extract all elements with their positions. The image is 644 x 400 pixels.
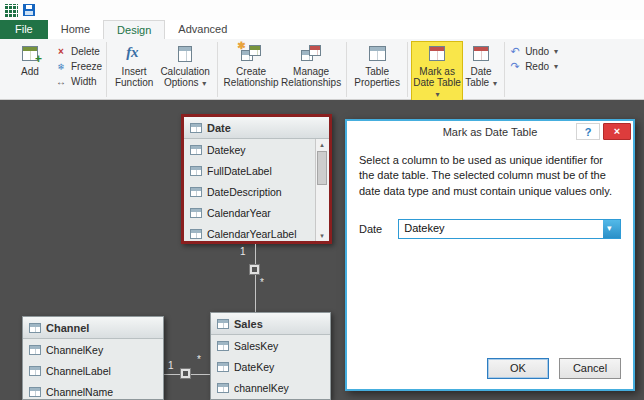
column-icon (29, 366, 41, 376)
group-separator (346, 42, 347, 97)
cardinality-one: 1 (240, 246, 246, 257)
insert-function-icon (123, 44, 145, 64)
create-relationship-button[interactable]: ✱ Create Relationship (222, 42, 280, 88)
width-label: Width (71, 76, 97, 87)
table-column-row[interactable]: SalesKey (211, 335, 330, 356)
table-properties-icon (366, 44, 388, 64)
tab-advanced[interactable]: Advanced (165, 20, 240, 39)
diagram-table-sales[interactable]: Sales SalesKey DateKey channelKey (210, 312, 331, 400)
scroll-up-icon[interactable] (316, 139, 328, 150)
relationship-node[interactable] (180, 368, 191, 379)
relationship-line-date-sales[interactable] (255, 244, 256, 312)
date-table-scrollbar[interactable] (315, 139, 329, 241)
column-name: DateDescription (207, 186, 282, 198)
table-column-row[interactable]: ChannelLabel (23, 360, 163, 381)
column-name: Datekey (207, 144, 246, 156)
dialog-close-button[interactable]: × (603, 123, 631, 140)
table-column-row[interactable]: Datekey (184, 139, 316, 160)
date-table-button[interactable]: Date Table (462, 42, 500, 89)
table-column-row[interactable]: DateKey (211, 356, 330, 377)
column-icon (29, 387, 41, 397)
dialog-help-button[interactable]: ? (576, 123, 600, 140)
add-column-icon: + (19, 44, 41, 64)
freeze-icon (55, 62, 67, 72)
mark-as-date-table-dialog: Mark as Date Table ? × Select a column t… (345, 119, 635, 391)
dialog-description: Select a column to be used as unique ide… (347, 143, 633, 199)
diagram-canvas[interactable]: Date Datekey FullDateLabel DateDescripti… (0, 100, 644, 400)
powerpivot-logo-icon (5, 4, 18, 17)
cardinality-one: 1 (168, 360, 174, 371)
create-relationship-icon: ✱ (240, 44, 262, 64)
column-icon (190, 229, 202, 239)
group-separator (504, 42, 505, 97)
combobox-value: Datekey (399, 220, 603, 238)
table-properties-button[interactable]: Table Properties (351, 42, 403, 88)
width-icon (55, 76, 67, 87)
calculation-options-button[interactable]: Calculation Options (157, 42, 213, 89)
ok-button[interactable]: OK (487, 358, 549, 379)
table-column-row[interactable]: channelKey (211, 377, 330, 398)
tab-home[interactable]: Home (48, 20, 103, 39)
column-name: CalendarYearLabel (207, 228, 297, 240)
cardinality-many: * (197, 354, 201, 365)
undo-button[interactable]: Undo (509, 45, 558, 58)
undo-icon (509, 45, 521, 58)
tab-design[interactable]: Design (103, 20, 165, 39)
channel-table-name: Channel (46, 322, 89, 334)
mark-as-date-table-label: Mark as Date Table (413, 66, 461, 88)
column-name: CalendarYear (207, 207, 271, 219)
column-name: ChannelName (46, 386, 113, 398)
group-separator (217, 42, 218, 97)
redo-button[interactable]: Redo (509, 60, 558, 73)
table-column-row[interactable]: CalendarYear (184, 202, 316, 223)
table-column-row[interactable]: FullDateLabel (184, 160, 316, 181)
column-width-button[interactable]: Width (55, 75, 102, 88)
column-name: DateKey (234, 361, 274, 373)
calculation-options-icon (174, 44, 196, 64)
powerpivot-window: File Home Design Advanced + Add Delete (0, 0, 644, 400)
relationship-node[interactable] (249, 264, 260, 275)
sales-table-header[interactable]: Sales (211, 313, 330, 335)
undo-label: Undo (525, 46, 549, 57)
column-icon (217, 362, 229, 372)
insert-function-button[interactable]: Insert Function (111, 42, 157, 88)
cancel-button[interactable]: Cancel (559, 358, 621, 379)
create-relationship-label: Create Relationship (224, 66, 279, 88)
sales-table-name: Sales (234, 318, 263, 330)
delete-icon (55, 46, 67, 57)
table-column-row[interactable]: CalendarYearLabel (184, 223, 316, 244)
combobox-dropdown-icon[interactable] (603, 220, 620, 238)
column-icon (217, 383, 229, 393)
title-bar (0, 0, 644, 20)
column-name: SalesKey (234, 340, 278, 352)
date-table-header[interactable]: Date (184, 117, 329, 139)
diagram-table-date[interactable]: Date Datekey FullDateLabel DateDescripti… (181, 114, 332, 244)
channel-table-header[interactable]: Channel (23, 317, 163, 339)
mark-as-date-table-button[interactable]: Mark as Date Table (412, 42, 462, 100)
add-column-button[interactable]: + Add (5, 42, 55, 77)
group-separator (407, 42, 408, 97)
table-column-row[interactable]: ChannelKey (23, 339, 163, 360)
date-field-label: Date (359, 223, 382, 235)
date-table-name: Date (207, 122, 231, 134)
diagram-table-channel[interactable]: Channel ChannelKey ChannelLabel ChannelN… (22, 316, 164, 400)
column-name: ChannelLabel (46, 365, 111, 377)
table-icon (190, 123, 202, 133)
save-icon[interactable] (23, 4, 35, 16)
scroll-thumb[interactable] (317, 151, 327, 185)
manage-relationships-button[interactable]: Manage Relationships (280, 42, 342, 88)
column-icon (190, 187, 202, 197)
date-column-combobox[interactable]: Datekey (398, 219, 621, 239)
column-icon (29, 345, 41, 355)
ribbon-tab-row: File Home Design Advanced (0, 20, 644, 39)
scroll-down-icon[interactable] (316, 230, 328, 241)
column-icon (217, 341, 229, 351)
tab-file[interactable]: File (0, 20, 48, 39)
freeze-column-button[interactable]: Freeze (55, 60, 102, 73)
delete-column-button[interactable]: Delete (55, 45, 102, 58)
table-column-row[interactable]: DateDescription (184, 181, 316, 202)
manage-relationships-icon (300, 44, 322, 64)
date-table-icon (470, 44, 492, 64)
column-name: channelKey (234, 382, 289, 394)
table-column-row[interactable]: ChannelName (23, 381, 163, 400)
